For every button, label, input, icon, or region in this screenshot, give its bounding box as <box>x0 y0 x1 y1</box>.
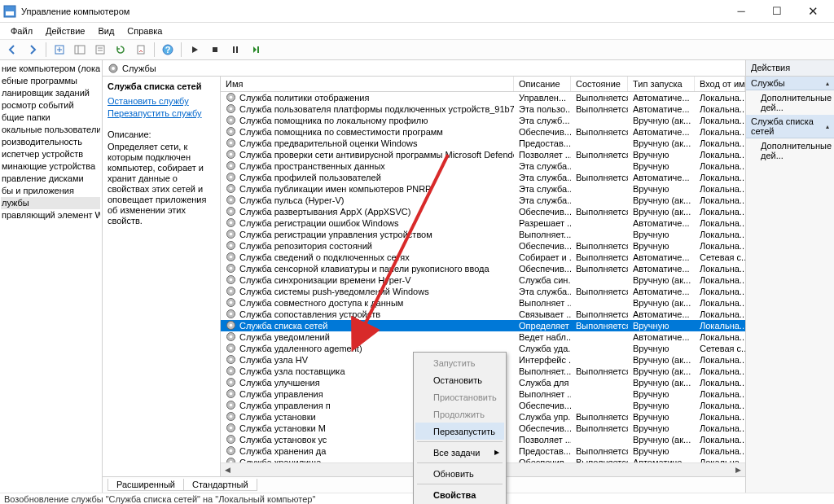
table-row[interactable]: Служба политики отображенияУправлен...Вы… <box>221 92 745 103</box>
tree-item[interactable]: роизводительность <box>1 136 100 148</box>
context-menu-item: Запустить <box>415 354 504 371</box>
tree-item[interactable]: испетчер устройств <box>1 148 100 160</box>
tree-item[interactable]: лужбы <box>1 197 100 209</box>
table-row[interactable]: Служба уведомленийВедет набл...Автоматич… <box>221 331 745 343</box>
actions-section-header[interactable]: Службы▴ <box>746 77 834 90</box>
column-header[interactable]: Тип запуска <box>628 77 695 91</box>
context-menu[interactable]: ЗапуститьОстановитьПриостановитьПродолжи… <box>413 352 507 504</box>
column-header[interactable]: Состояние <box>571 77 628 91</box>
actions-section-header[interactable]: Служба списка сетей▴ <box>746 115 834 138</box>
table-row[interactable]: Служба пульса (Hyper-V)Эта служба...Вруч… <box>221 195 745 206</box>
table-row[interactable]: Служба пользователя платформы подключенн… <box>221 103 745 115</box>
context-menu-item[interactable]: Свойства <box>415 486 504 503</box>
tree-item[interactable]: бы и приложения <box>1 185 100 197</box>
table-row[interactable]: Служба развертывания AppX (AppXSVC)Обесп… <box>221 206 745 217</box>
context-menu-item[interactable]: Все задачи▶ <box>415 444 504 461</box>
service-icon <box>226 457 237 462</box>
scroll-right-icon[interactable]: ▶ <box>731 463 745 477</box>
actions-item[interactable]: Дополнительные дей... <box>746 90 834 115</box>
table-row[interactable]: Служба помощника по совместимости програ… <box>221 126 745 138</box>
tree-item[interactable]: ебные программы <box>1 75 100 87</box>
stop-service-link[interactable]: Остановить службу <box>108 96 215 106</box>
refresh-button[interactable] <box>112 41 129 59</box>
svg-point-66 <box>230 370 233 373</box>
service-desc: Служба упр... <box>514 412 571 422</box>
column-header[interactable]: Имя <box>221 77 514 91</box>
restart-service-button[interactable] <box>247 41 265 59</box>
export-button[interactable] <box>132 41 150 59</box>
table-row[interactable]: Служба публикации имен компьютеров PNRPЭ… <box>221 183 745 195</box>
properties-button[interactable] <box>91 41 109 59</box>
stop-service-button[interactable] <box>206 41 224 59</box>
service-desc: Обеспечив... <box>514 423 571 433</box>
service-state: Выполняется <box>571 366 628 376</box>
table-row[interactable]: Служба сопоставления устройствСвязывает … <box>221 309 745 320</box>
table-row[interactable]: Служба сенсорной клавиатуры и панели рук… <box>221 263 745 274</box>
column-headers[interactable]: ИмяОписаниеСостояниеТип запускаВход от и… <box>221 77 745 92</box>
tab-extended[interactable]: Расширенный <box>108 479 184 491</box>
scroll-left-icon[interactable]: ◀ <box>221 463 235 477</box>
context-menu-item: Приостановить <box>415 388 504 405</box>
service-desc: Определяет ... <box>514 321 571 331</box>
service-start: Вручную <box>628 344 695 353</box>
console-tree[interactable]: ние компьютером (локальным)ебные програм… <box>0 60 103 493</box>
tree-item[interactable]: ние компьютером (локальным) <box>1 63 100 75</box>
column-header[interactable]: Описание <box>514 77 571 91</box>
restart-service-link[interactable]: Перезапустить службу <box>108 108 215 118</box>
show-hide-button[interactable] <box>71 41 89 59</box>
tree-item[interactable]: ланировщик заданий <box>1 87 100 99</box>
service-start: Вручную (ак... <box>628 116 695 125</box>
maximize-button[interactable]: ☐ <box>759 0 795 23</box>
table-row[interactable]: Служба предварительной оценки WindowsПре… <box>221 138 745 149</box>
tree-item[interactable]: бщие папки <box>1 112 100 124</box>
table-row[interactable]: Служба проверки сети антивирусной програ… <box>221 149 745 160</box>
table-row[interactable]: Служба профилей пользователейЭта служба.… <box>221 172 745 183</box>
service-icon <box>226 92 237 103</box>
tree-item[interactable]: росмотр событий <box>1 99 100 112</box>
table-row[interactable]: Служба пространственных данныхЭта служба… <box>221 160 745 172</box>
toolbar: ? <box>0 39 834 60</box>
context-menu-item[interactable]: Остановить <box>415 371 504 388</box>
service-start: Автоматиче... <box>628 93 695 103</box>
service-icon <box>226 274 237 286</box>
tree-item[interactable]: окальные пользователи и группы <box>1 124 100 136</box>
table-row[interactable]: Служба репозитория состоянийОбеспечив...… <box>221 240 745 252</box>
close-button[interactable]: ✕ <box>795 0 831 23</box>
table-row[interactable]: Служба регистрации ошибок WindowsРазреша… <box>221 217 745 229</box>
service-start: Вручную (ак... <box>628 207 695 217</box>
table-row[interactable]: Служба совместного доступа к даннымВыпол… <box>221 297 745 309</box>
service-logon: Локальна... <box>695 298 745 308</box>
help-button[interactable]: ? <box>159 41 177 59</box>
tree-item[interactable]: минающие устройства <box>1 160 100 173</box>
service-icon <box>226 195 237 206</box>
svg-rect-3 <box>75 46 85 54</box>
menu-файл[interactable]: Файл <box>5 24 38 37</box>
table-row[interactable]: Служба сведений о подключенных сетяхСоби… <box>221 252 745 263</box>
back-button[interactable] <box>3 41 21 59</box>
actions-item[interactable]: Дополнительные дей... <box>746 138 834 163</box>
actions-header: Действия <box>746 60 834 77</box>
tree-item[interactable]: правление дисками <box>1 173 100 185</box>
context-menu-item[interactable]: Перезапустить <box>415 423 504 440</box>
menu-справка[interactable]: Справка <box>121 24 168 37</box>
menu-действие[interactable]: Действие <box>40 24 90 37</box>
service-name: Служба хранения да <box>239 446 326 456</box>
table-row[interactable]: Служба списка сетейОпределяет ...Выполня… <box>221 320 745 331</box>
up-button[interactable] <box>50 41 68 59</box>
context-menu-item[interactable]: Обновить <box>415 465 504 482</box>
menu-вид[interactable]: Вид <box>92 24 120 37</box>
start-service-button[interactable] <box>186 41 204 59</box>
tree-item[interactable]: правляющий элемент WMI <box>1 209 100 221</box>
service-desc: Собирает и ... <box>514 252 571 262</box>
pause-service-button[interactable] <box>226 41 244 59</box>
minimize-button[interactable]: ─ <box>723 0 759 23</box>
tab-standard[interactable]: Стандартный <box>183 479 257 491</box>
forward-button[interactable] <box>24 41 42 59</box>
column-header[interactable]: Вход от им... <box>695 77 745 91</box>
table-row[interactable]: Служба помощника по локальному профилюЭт… <box>221 115 745 126</box>
service-desc: Разрешает ... <box>514 218 571 228</box>
table-row[interactable]: Служба системы push-уведомлений WindowsЭ… <box>221 286 745 297</box>
table-row[interactable]: Служба синхронизации времени Hyper-VСлуж… <box>221 274 745 286</box>
table-row[interactable]: Служба регистрации управления устройство… <box>221 229 745 240</box>
service-logon: Локальна... <box>695 401 745 410</box>
